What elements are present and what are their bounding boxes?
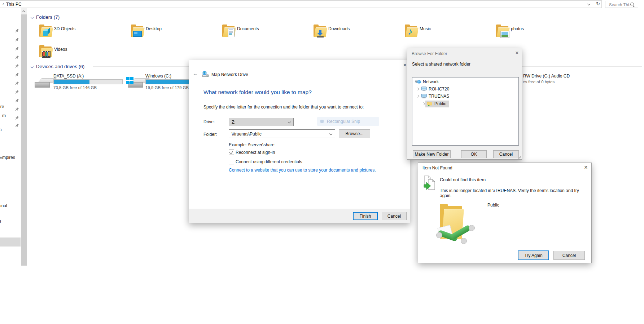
group-header-label: Devices and drives (6) bbox=[36, 64, 84, 70]
sidebar-item-label[interactable]: a bbox=[0, 127, 2, 132]
snip-ghost-icon bbox=[320, 120, 324, 123]
address-separator bbox=[594, 1, 594, 8]
chevron-down-icon bbox=[31, 65, 34, 68]
pin-icon[interactable] bbox=[14, 123, 19, 128]
pin-icon[interactable] bbox=[14, 46, 19, 51]
breadcrumb-chevron-icon[interactable]: › bbox=[3, 1, 4, 6]
back-icon[interactable]: ← bbox=[193, 70, 198, 76]
tree-item-label: Public bbox=[434, 101, 446, 106]
sidebar-item-label[interactable]: Empires bbox=[0, 155, 15, 160]
cancel-button[interactable]: Cancel bbox=[553, 251, 585, 260]
desktop-folder-icon bbox=[130, 24, 144, 38]
copy-item-icon bbox=[423, 175, 438, 193]
pin-icon[interactable] bbox=[14, 37, 19, 42]
pin-icon[interactable] bbox=[14, 107, 19, 111]
browse-button[interactable]: Browse... bbox=[339, 129, 370, 138]
breadcrumb[interactable]: This PC bbox=[6, 2, 22, 7]
folder-tile-3d-objects[interactable]: 3D Objects bbox=[38, 24, 125, 41]
cancel-button[interactable]: Cancel bbox=[382, 212, 407, 220]
search-placeholder: Search Thi... bbox=[609, 3, 632, 7]
pin-icon[interactable] bbox=[14, 81, 19, 85]
drive-letter-value: Z: bbox=[232, 120, 236, 125]
pin-icon[interactable] bbox=[14, 89, 19, 94]
folder-tile-label: Desktop bbox=[146, 26, 162, 31]
group-header-label: Folders (7) bbox=[36, 14, 60, 20]
folder-tile-label: photos bbox=[511, 26, 524, 31]
pin-icon[interactable] bbox=[14, 63, 19, 68]
chevron-down-icon[interactable] bbox=[329, 132, 332, 135]
ok-button[interactable]: OK bbox=[461, 150, 487, 158]
dialog-title: Map Network Drive bbox=[211, 72, 248, 77]
close-icon[interactable]: × bbox=[581, 164, 591, 172]
address-bar[interactable] bbox=[0, 0, 602, 8]
folder-tile-label: Downloads bbox=[328, 26, 350, 31]
pin-icon[interactable] bbox=[14, 55, 19, 59]
sidebar-item-label[interactable]: onal bbox=[0, 203, 7, 208]
windows-logo-icon bbox=[126, 77, 133, 84]
sidebar-item-label[interactable]: ire bbox=[0, 104, 4, 109]
pin-icon[interactable] bbox=[14, 115, 19, 120]
wizard-heading: What network folder would you like to ma… bbox=[203, 89, 312, 96]
search-icon bbox=[630, 3, 634, 6]
network-tree[interactable]: Network ROI-IC720 bbox=[412, 77, 519, 146]
chevron-right-icon[interactable] bbox=[416, 95, 419, 98]
shared-folder-large-icon bbox=[438, 203, 476, 246]
make-new-folder-button[interactable]: Make New Folder bbox=[413, 150, 451, 158]
drive-free-space: es free of 0 bytes bbox=[523, 80, 555, 84]
map-network-drive-dialog: × ← Map Network Drive What network folde… bbox=[189, 60, 410, 223]
pin-icon[interactable] bbox=[14, 72, 19, 77]
finish-button[interactable]: Finish bbox=[353, 212, 378, 220]
link-period: . bbox=[374, 168, 376, 173]
resize-grip[interactable] bbox=[518, 156, 521, 159]
scrollbar-thumb[interactable] bbox=[21, 14, 27, 266]
drive-letter-select[interactable]: Z: bbox=[229, 118, 294, 126]
dialog-title: Item Not Found bbox=[422, 165, 452, 170]
browse-for-folder-dialog: Browse For Folder × Select a shared netw… bbox=[407, 48, 522, 160]
chevron-right-icon[interactable] bbox=[416, 88, 419, 90]
computer-icon bbox=[421, 86, 427, 92]
folder-tile-photos[interactable]: photos bbox=[495, 24, 582, 41]
scrollbar-up-button[interactable] bbox=[21, 8, 27, 14]
drive-tile-g-audio-cd[interactable]: RW Drive (G:) Audio CD es free of 0 byte… bbox=[523, 73, 631, 87]
error-body-line2: again. bbox=[440, 193, 452, 198]
refresh-icon[interactable]: ↻ bbox=[596, 1, 600, 6]
videos-folder-icon bbox=[38, 44, 53, 59]
example-text: Example: \\server\share bbox=[229, 142, 275, 147]
folder-tile-documents[interactable]: Documents bbox=[221, 24, 308, 41]
folder-tile-downloads[interactable]: Downloads bbox=[312, 24, 399, 41]
reconnect-checkbox-row[interactable]: Reconnect at sign-in bbox=[229, 149, 315, 155]
sidebar-item-label[interactable]: 0 bbox=[0, 219, 1, 224]
checkbox-label[interactable]: Connect using different credentials bbox=[236, 159, 302, 164]
drive-tile-data-ssd[interactable]: DATA_SSD (A:) 70,5 GB free of 146 GB bbox=[35, 73, 125, 91]
pin-icon[interactable] bbox=[14, 98, 19, 103]
dialog-prompt: Select a shared network folder bbox=[412, 62, 470, 67]
folder-tile-videos[interactable]: Videos bbox=[38, 44, 125, 62]
close-icon[interactable]: × bbox=[512, 49, 522, 57]
checkbox-unchecked-icon[interactable] bbox=[229, 159, 234, 164]
search-box[interactable]: Search Thi... bbox=[605, 1, 638, 8]
pin-icon[interactable] bbox=[14, 28, 19, 33]
network-icon bbox=[415, 79, 421, 85]
cancel-button[interactable]: Cancel bbox=[493, 150, 519, 158]
drive-free-space: 70,5 GB free of 146 GB bbox=[53, 85, 97, 90]
folder-tile-desktop[interactable]: Desktop bbox=[130, 24, 216, 41]
tree-item-label: ROI-IC720 bbox=[429, 86, 449, 92]
error-body-line1: This is no longer located in \\TRUENAS. … bbox=[440, 188, 579, 193]
checkbox-checked-icon[interactable] bbox=[229, 150, 234, 155]
connect-website-link[interactable]: Connect to a website that you can use to… bbox=[229, 168, 374, 173]
chevron-down-icon bbox=[31, 16, 34, 19]
folder-tile-music[interactable]: ♪ Music bbox=[404, 24, 490, 41]
computer-icon bbox=[421, 94, 427, 99]
chevron-right-icon[interactable] bbox=[422, 102, 425, 105]
3d-objects-folder-icon bbox=[38, 24, 53, 38]
explorer-window: › This PC ↻ Search Thi... ire m a Empire… bbox=[0, 0, 644, 324]
item-name-label: Public bbox=[487, 203, 499, 208]
checkbox-label[interactable]: Reconnect at sign-in bbox=[236, 150, 275, 155]
folder-path-combobox[interactable]: \\truenas\Public bbox=[229, 129, 335, 138]
sidebar-selected-row[interactable] bbox=[0, 238, 21, 247]
try-again-button[interactable]: Try Again bbox=[518, 250, 549, 260]
snip-ghost-label: Rectangular Snip bbox=[327, 119, 360, 124]
drive-label: DATA_SSD (A:) bbox=[53, 74, 84, 79]
sidebar-item-label[interactable]: m bbox=[2, 113, 6, 118]
credentials-checkbox-row[interactable]: Connect using different credentials bbox=[229, 159, 330, 164]
